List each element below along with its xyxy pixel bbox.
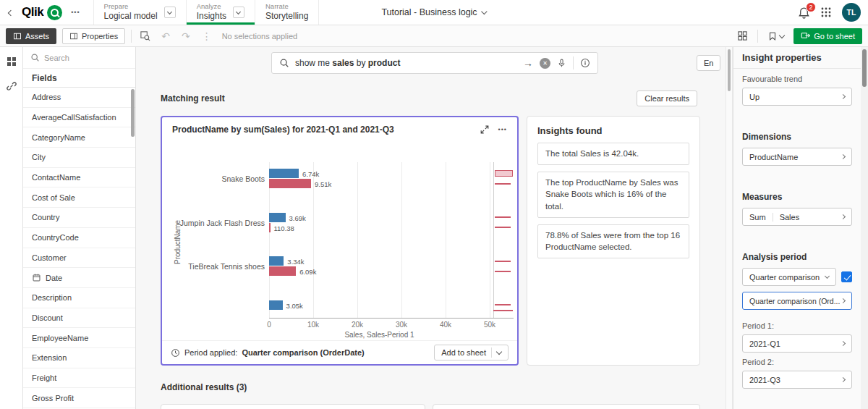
field-item[interactable]: CategoryName [23,127,135,148]
comparison-dash [495,304,511,305]
scrollbar-thumb[interactable] [862,49,867,87]
bar-value-label: 9.51k [315,180,331,188]
qlik-logo[interactable]: Qlik [22,5,62,20]
period1-select[interactable]: 2021-Q1 [742,334,852,353]
field-item[interactable]: Discount [23,308,135,329]
go-to-sheet-button[interactable]: Go to sheet [793,28,862,44]
more-options-icon[interactable]: ⋮ [199,30,215,42]
period1-value: 2021-Q1 [749,340,780,348]
insight-item[interactable]: The top ProductName by Sales was Snake B… [537,172,689,218]
nav-group-label: Prepare [104,2,158,11]
selections-tool-icon[interactable] [137,30,153,41]
clear-results-button[interactable]: Clear results [637,90,697,106]
field-label: CountryCode [32,233,79,242]
assets-button[interactable]: Assets [6,28,56,44]
app-title-dropdown[interactable]: Tutorial - Business logic [381,7,486,17]
category-label: Snake Boots [171,174,265,183]
avatar[interactable]: TL [842,3,861,22]
bar-period2[interactable] [269,223,271,232]
field-item[interactable]: City [23,148,135,168]
undo-icon[interactable]: ↶ [158,30,173,42]
fields-section-header[interactable]: Fields [23,69,135,88]
field-item[interactable]: Gross Profit [23,388,135,408]
insights-panel: Insights found The total Sales is 42.04k… [527,116,700,366]
bar-period1[interactable] [269,213,286,222]
topbar-right: 2 TL [798,3,861,22]
link-icon[interactable] [6,80,17,92]
field-item[interactable]: EmployeeName [23,328,135,348]
period-applied-value: Quarter comparison (OrderDate) [242,348,364,357]
period-checkbox[interactable] [841,271,852,282]
bar-period1[interactable] [269,169,299,178]
insight-item[interactable]: The total Sales is 42.04k. [537,143,689,165]
add-to-sheet-button[interactable]: Add to sheet [434,345,509,360]
gridline [401,162,402,318]
chevron-down-icon[interactable] [164,7,176,18]
chevron-right-icon [841,94,846,99]
notifications-button[interactable]: 2 [798,7,810,19]
nav-analyze[interactable]: Analyze Insights [186,0,255,25]
chevron-right-icon [841,298,846,303]
nav-narrate[interactable]: Narrate Storytelling [255,0,319,25]
bar-period1[interactable] [269,300,283,310]
microphone-icon[interactable] [557,58,566,68]
field-item[interactable]: ContactName [23,168,135,188]
chevron-down-icon[interactable] [496,349,502,355]
nav-prepare-labels: Prepare Logical model [104,2,158,22]
comparison-dash [495,216,511,218]
redo-icon[interactable]: ↷ [179,30,193,42]
nav-prepare[interactable]: Prepare Logical model [93,0,186,25]
scrollbar-thumb[interactable] [728,49,731,91]
properties-button[interactable]: Properties [62,28,125,44]
bar-period1[interactable] [269,256,284,266]
additional-result-card[interactable] [161,404,425,409]
go-to-sheet-label: Go to sheet [814,32,855,41]
measure-item[interactable]: Sum Sales [742,208,852,226]
clear-search-icon[interactable]: ✕ [540,58,550,69]
info-icon[interactable] [580,58,590,68]
insight-search-bar[interactable]: show me sales by product → ✕ [271,52,598,74]
x-tick-label: 0 [267,321,271,329]
dimension-item[interactable]: ProductName [742,148,852,166]
chart-card[interactable]: ProductName by sum(Sales) for 2021-Q1 an… [161,116,519,366]
field-item[interactable]: Freight [23,368,135,389]
field-item[interactable]: Extension [23,348,135,368]
main-scrollbar[interactable] [726,47,733,409]
search-query[interactable]: show me sales by product [295,58,517,68]
bookmark-button[interactable] [765,31,786,41]
app-title: Tutorial - Business logic [381,7,477,17]
field-item[interactable]: Date [23,268,135,288]
comparison-strip-axis [493,162,494,318]
period-detail-button[interactable]: Quarter comparison (Ord... [742,292,852,310]
insights-list: The total Sales is 42.04k.The top Produc… [537,143,689,258]
chevron-down-icon[interactable] [233,7,244,18]
sheet-layout-icon[interactable] [735,30,750,41]
sidebar-search[interactable] [23,47,135,69]
master-items-icon[interactable] [6,56,17,67]
period2-select[interactable]: 2021-Q3 [742,371,852,389]
sidebar-search-input[interactable] [44,54,119,62]
additional-result-card[interactable] [433,404,700,409]
fields-sidebar: Fields AddressAverageCallSatisfactionCat… [23,47,136,409]
sidebar-scrollbar[interactable] [131,89,135,137]
field-item[interactable]: Cost of Sale [23,187,135,208]
favourable-trend-label: Favourable trend [742,75,852,83]
more-menu-icon[interactable]: ••• [71,9,80,16]
field-item[interactable]: Description [23,288,135,308]
field-item[interactable]: AverageCallSatisfaction [23,108,135,128]
submit-arrow-icon[interactable]: → [523,57,533,69]
bar-period2[interactable] [269,266,296,276]
page-scrollbar[interactable] [861,47,868,409]
field-item[interactable]: Country [23,208,135,228]
favourable-trend-select[interactable]: Up [742,88,852,106]
period-type-select[interactable]: Quarter comparison [742,268,836,286]
back-icon[interactable] [7,6,14,19]
field-item[interactable]: Address [23,88,135,108]
field-item[interactable]: Customer [23,248,135,269]
query-token: sales [332,58,354,68]
field-item[interactable]: CountryCode [23,228,135,248]
app-launcher-button[interactable] [820,7,832,18]
insight-item[interactable]: 78.8% of Sales were from the top 16 Prod… [537,224,689,258]
language-button[interactable]: En [697,55,720,71]
bar-period2[interactable] [269,179,311,188]
